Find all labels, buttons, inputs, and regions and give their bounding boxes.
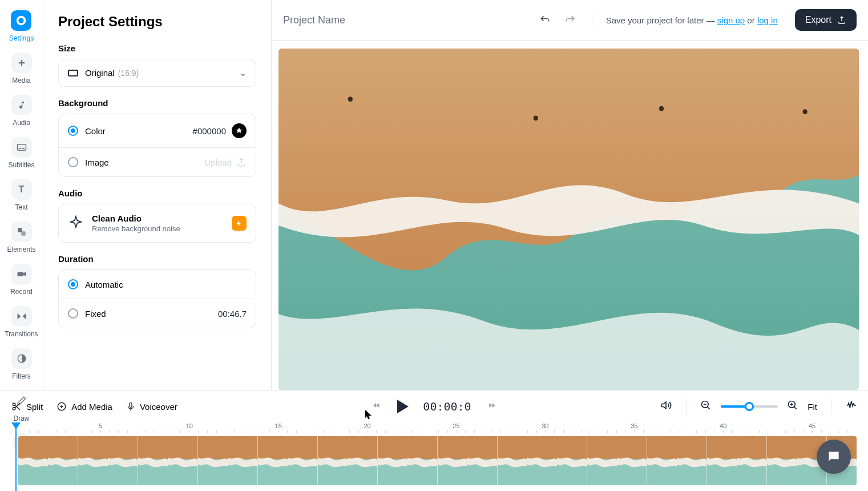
waveform-icon bbox=[845, 400, 857, 410]
project-name[interactable]: Project Name bbox=[283, 14, 345, 26]
zoom-out-icon bbox=[700, 400, 712, 411]
timeline-ruler[interactable]: 51015202530354045 bbox=[11, 422, 857, 434]
bg-color-value: #000000 bbox=[193, 126, 226, 136]
svg-rect-50 bbox=[467, 436, 497, 461]
bg-color-label: Color bbox=[85, 126, 106, 136]
split-button[interactable]: Split bbox=[11, 401, 43, 412]
svg-rect-7 bbox=[17, 272, 23, 276]
size-value: Original bbox=[85, 68, 115, 78]
svg-rect-48 bbox=[438, 436, 467, 461]
voiceover-button[interactable]: Voiceover bbox=[126, 401, 177, 412]
sidebar-item-elements[interactable]: Elements bbox=[7, 222, 35, 253]
zoom-in-button[interactable] bbox=[787, 400, 798, 413]
signup-link[interactable]: sign up bbox=[717, 15, 745, 25]
duration-fixed-option[interactable]: Fixed 00:46.7 bbox=[59, 299, 256, 328]
svg-rect-62 bbox=[647, 436, 677, 461]
svg-rect-68 bbox=[737, 436, 766, 461]
svg-rect-30 bbox=[168, 436, 197, 461]
fit-button[interactable]: Fit bbox=[808, 402, 817, 412]
sidebar-item-media[interactable]: Media bbox=[11, 53, 32, 84]
timeline-frame bbox=[707, 436, 737, 485]
timeline-frame bbox=[647, 436, 677, 485]
upload-icon bbox=[236, 157, 247, 167]
bolt-icon bbox=[232, 216, 247, 231]
radio-image[interactable] bbox=[68, 157, 78, 167]
sidebar-label: Audio bbox=[13, 119, 30, 127]
timeline-frame bbox=[467, 436, 497, 485]
settings-icon bbox=[11, 10, 31, 31]
waveform-button[interactable] bbox=[845, 400, 857, 413]
skip-forward-button[interactable] bbox=[486, 401, 498, 412]
playhead-time: 00:00:0 bbox=[423, 400, 471, 413]
svg-rect-56 bbox=[557, 436, 587, 461]
sidebar-item-settings[interactable]: Settings bbox=[9, 10, 34, 42]
ruler-tick: 45 bbox=[809, 422, 815, 429]
export-button[interactable]: Export bbox=[795, 9, 857, 31]
undo-button[interactable] bbox=[537, 12, 553, 28]
bg-color-option[interactable]: Color #000000 bbox=[59, 114, 256, 148]
sidebar-label: Settings bbox=[9, 34, 34, 42]
timeline-frame bbox=[527, 436, 557, 485]
chat-icon bbox=[826, 449, 841, 464]
playhead[interactable] bbox=[11, 422, 21, 429]
timeline-frame bbox=[288, 436, 317, 485]
upload-button[interactable]: Upload bbox=[204, 157, 247, 167]
zoom-out-button[interactable] bbox=[700, 400, 712, 413]
color-swatch[interactable] bbox=[232, 123, 247, 138]
video-preview[interactable] bbox=[278, 49, 859, 390]
svg-rect-22 bbox=[48, 436, 78, 461]
clean-audio-title: Clean Audio bbox=[92, 214, 180, 223]
svg-rect-44 bbox=[378, 436, 407, 461]
svg-point-15 bbox=[13, 408, 15, 410]
chat-button[interactable] bbox=[817, 440, 851, 474]
svg-rect-38 bbox=[288, 436, 317, 461]
duration-label: Duration bbox=[58, 254, 256, 264]
audio-label: Audio bbox=[58, 188, 256, 198]
zoom-thumb[interactable] bbox=[745, 402, 754, 411]
music-icon bbox=[11, 95, 32, 115]
svg-rect-20 bbox=[18, 436, 48, 461]
radio-auto[interactable] bbox=[68, 279, 78, 289]
login-link[interactable]: log in bbox=[757, 15, 778, 25]
sidebar-item-filters[interactable]: Filters bbox=[11, 348, 32, 380]
divider bbox=[686, 399, 687, 414]
video-track[interactable] bbox=[18, 436, 857, 485]
duration-auto-option[interactable]: Automatic bbox=[59, 270, 256, 299]
timeline-frame bbox=[557, 436, 587, 485]
background-label: Background bbox=[58, 98, 256, 108]
skip-back-button[interactable] bbox=[370, 401, 382, 412]
sidebar-item-record[interactable]: Record bbox=[10, 264, 33, 296]
timeline-frame bbox=[138, 436, 168, 485]
add-media-button[interactable]: Add Media bbox=[56, 401, 112, 412]
clean-audio-button[interactable]: Clean Audio Remove background noise bbox=[59, 204, 256, 242]
volume-icon bbox=[660, 400, 672, 411]
save-prompt: Save your project for later — sign up or… bbox=[606, 15, 778, 25]
svg-rect-66 bbox=[707, 436, 737, 461]
svg-rect-42 bbox=[348, 436, 377, 461]
timeline-frame bbox=[677, 436, 706, 485]
svg-rect-24 bbox=[78, 436, 108, 461]
svg-rect-5 bbox=[18, 228, 22, 232]
sidebar-item-audio[interactable]: Audio bbox=[11, 95, 32, 127]
contrast-icon bbox=[11, 348, 32, 369]
sidebar-item-transitions[interactable]: Transitions bbox=[5, 306, 38, 338]
mic-icon bbox=[126, 401, 135, 412]
timeline-frame bbox=[378, 436, 407, 485]
zoom-slider[interactable] bbox=[721, 405, 778, 408]
timeline-frame bbox=[258, 436, 288, 485]
bg-image-option[interactable]: Image Upload bbox=[59, 148, 256, 176]
sparkle-icon bbox=[68, 215, 84, 231]
timeline-frame bbox=[438, 436, 467, 485]
radio-fixed[interactable] bbox=[68, 308, 78, 319]
transition-icon bbox=[11, 306, 32, 327]
timeline[interactable]: 51015202530354045 bbox=[0, 422, 868, 491]
radio-color[interactable] bbox=[68, 126, 78, 136]
duration-fixed-value: 00:46.7 bbox=[218, 309, 247, 319]
play-button[interactable] bbox=[397, 400, 408, 413]
sidebar-item-subtitles[interactable]: Subtitles bbox=[8, 137, 34, 169]
size-select[interactable]: Original (16:9) ⌄ bbox=[58, 59, 256, 87]
svg-rect-2 bbox=[17, 144, 26, 151]
redo-button[interactable] bbox=[562, 12, 578, 28]
volume-button[interactable] bbox=[660, 400, 672, 413]
sidebar-item-text[interactable]: T Text bbox=[11, 179, 32, 211]
